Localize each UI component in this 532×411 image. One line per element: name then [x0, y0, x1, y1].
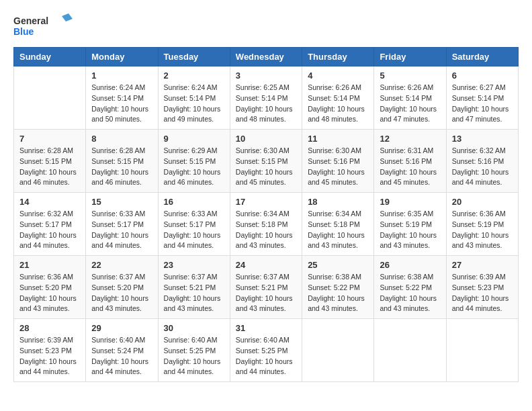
day-info: Sunrise: 6:40 AM Sunset: 5:24 PM Dayligh… [91, 335, 152, 377]
day-info: Sunrise: 6:25 AM Sunset: 5:14 PM Dayligh… [236, 83, 296, 125]
day-number: 27 [452, 260, 513, 270]
calendar-cell: 31Sunrise: 6:40 AM Sunset: 5:25 PM Dayli… [230, 319, 302, 382]
header-row: SundayMondayTuesdayWednesdayThursdayFrid… [14, 48, 519, 66]
week-row-3: 14Sunrise: 6:32 AM Sunset: 5:17 PM Dayli… [14, 193, 519, 256]
calendar-cell: 20Sunrise: 6:36 AM Sunset: 5:19 PM Dayli… [446, 193, 518, 256]
day-info: Sunrise: 6:30 AM Sunset: 5:15 PM Dayligh… [236, 146, 296, 188]
day-number: 21 [19, 260, 80, 270]
logo-swoosh [62, 13, 73, 21]
calendar-cell: 16Sunrise: 6:33 AM Sunset: 5:17 PM Dayli… [158, 193, 230, 256]
header-cell-sunday: Sunday [14, 48, 86, 66]
header-cell-monday: Monday [86, 48, 158, 66]
calendar-cell: 6Sunrise: 6:27 AM Sunset: 5:14 PM Daylig… [446, 66, 518, 130]
day-number: 29 [91, 323, 152, 333]
calendar-cell: 27Sunrise: 6:39 AM Sunset: 5:23 PM Dayli… [446, 256, 518, 319]
calendar-cell: 12Sunrise: 6:31 AM Sunset: 5:16 PM Dayli… [374, 130, 446, 193]
day-number: 16 [164, 197, 224, 207]
logo-blue: Blue [13, 26, 34, 37]
calendar-cell: 23Sunrise: 6:37 AM Sunset: 5:21 PM Dayli… [158, 256, 230, 319]
calendar-cell: 10Sunrise: 6:30 AM Sunset: 5:15 PM Dayli… [230, 130, 302, 193]
day-info: Sunrise: 6:37 AM Sunset: 5:21 PM Dayligh… [164, 272, 224, 314]
calendar-cell: 5Sunrise: 6:26 AM Sunset: 5:14 PM Daylig… [374, 66, 446, 130]
day-info: Sunrise: 6:35 AM Sunset: 5:19 PM Dayligh… [380, 209, 440, 251]
day-info: Sunrise: 6:29 AM Sunset: 5:15 PM Dayligh… [164, 146, 224, 188]
calendar-cell: 8Sunrise: 6:28 AM Sunset: 5:15 PM Daylig… [86, 130, 158, 193]
day-info: Sunrise: 6:24 AM Sunset: 5:14 PM Dayligh… [164, 83, 224, 125]
day-info: Sunrise: 6:26 AM Sunset: 5:14 PM Dayligh… [308, 83, 368, 125]
page-header: General Blue [13, 13, 519, 40]
day-info: Sunrise: 6:33 AM Sunset: 5:17 PM Dayligh… [91, 209, 152, 251]
logo-general: General [13, 15, 48, 26]
day-info: Sunrise: 6:39 AM Sunset: 5:23 PM Dayligh… [19, 335, 80, 377]
day-info: Sunrise: 6:36 AM Sunset: 5:20 PM Dayligh… [19, 272, 80, 314]
calendar-cell: 13Sunrise: 6:32 AM Sunset: 5:16 PM Dayli… [446, 130, 518, 193]
day-number: 10 [236, 134, 296, 144]
day-info: Sunrise: 6:34 AM Sunset: 5:18 PM Dayligh… [308, 209, 368, 251]
day-info: Sunrise: 6:38 AM Sunset: 5:22 PM Dayligh… [380, 272, 440, 314]
calendar-cell: 9Sunrise: 6:29 AM Sunset: 5:15 PM Daylig… [158, 130, 230, 193]
calendar-cell: 30Sunrise: 6:40 AM Sunset: 5:25 PM Dayli… [158, 319, 230, 382]
header-cell-wednesday: Wednesday [230, 48, 302, 66]
day-info: Sunrise: 6:27 AM Sunset: 5:14 PM Dayligh… [452, 83, 513, 125]
day-info: Sunrise: 6:38 AM Sunset: 5:22 PM Dayligh… [308, 272, 368, 314]
calendar-cell: 19Sunrise: 6:35 AM Sunset: 5:19 PM Dayli… [374, 193, 446, 256]
day-info: Sunrise: 6:24 AM Sunset: 5:14 PM Dayligh… [91, 83, 152, 125]
day-number: 7 [19, 134, 80, 144]
day-info: Sunrise: 6:33 AM Sunset: 5:17 PM Dayligh… [164, 209, 224, 251]
calendar-cell: 2Sunrise: 6:24 AM Sunset: 5:14 PM Daylig… [158, 66, 230, 130]
day-info: Sunrise: 6:28 AM Sunset: 5:15 PM Dayligh… [91, 146, 152, 188]
day-number: 9 [164, 134, 224, 144]
day-number: 4 [308, 71, 368, 81]
day-info: Sunrise: 6:30 AM Sunset: 5:16 PM Dayligh… [308, 146, 368, 188]
day-number: 23 [164, 260, 224, 270]
day-number: 12 [380, 134, 440, 144]
week-row-2: 7Sunrise: 6:28 AM Sunset: 5:15 PM Daylig… [14, 130, 519, 193]
calendar-cell: 3Sunrise: 6:25 AM Sunset: 5:14 PM Daylig… [230, 66, 302, 130]
calendar-cell: 25Sunrise: 6:38 AM Sunset: 5:22 PM Dayli… [302, 256, 374, 319]
day-info: Sunrise: 6:36 AM Sunset: 5:19 PM Dayligh… [452, 209, 513, 251]
calendar-cell: 28Sunrise: 6:39 AM Sunset: 5:23 PM Dayli… [14, 319, 86, 382]
day-info: Sunrise: 6:37 AM Sunset: 5:21 PM Dayligh… [236, 272, 296, 314]
logo: General Blue [13, 13, 74, 40]
calendar-cell: 26Sunrise: 6:38 AM Sunset: 5:22 PM Dayli… [374, 256, 446, 319]
day-info: Sunrise: 6:26 AM Sunset: 5:14 PM Dayligh… [380, 83, 440, 125]
day-number: 28 [19, 323, 80, 333]
calendar-cell: 22Sunrise: 6:37 AM Sunset: 5:20 PM Dayli… [86, 256, 158, 319]
calendar-cell: 17Sunrise: 6:34 AM Sunset: 5:18 PM Dayli… [230, 193, 302, 256]
day-number: 5 [380, 71, 440, 81]
day-number: 19 [380, 197, 440, 207]
day-number: 25 [308, 260, 368, 270]
day-number: 11 [308, 134, 368, 144]
week-row-1: 1Sunrise: 6:24 AM Sunset: 5:14 PM Daylig… [14, 66, 519, 130]
day-number: 13 [452, 134, 513, 144]
day-info: Sunrise: 6:40 AM Sunset: 5:25 PM Dayligh… [164, 335, 224, 377]
header-cell-friday: Friday [374, 48, 446, 66]
day-info: Sunrise: 6:37 AM Sunset: 5:20 PM Dayligh… [91, 272, 152, 314]
week-row-4: 21Sunrise: 6:36 AM Sunset: 5:20 PM Dayli… [14, 256, 519, 319]
day-number: 18 [308, 197, 368, 207]
day-number: 14 [19, 197, 80, 207]
header-cell-tuesday: Tuesday [158, 48, 230, 66]
day-number: 6 [452, 71, 513, 81]
calendar-cell: 1Sunrise: 6:24 AM Sunset: 5:14 PM Daylig… [86, 66, 158, 130]
calendar-cell: 24Sunrise: 6:37 AM Sunset: 5:21 PM Dayli… [230, 256, 302, 319]
day-number: 2 [164, 71, 224, 81]
week-row-5: 28Sunrise: 6:39 AM Sunset: 5:23 PM Dayli… [14, 319, 519, 382]
header-cell-thursday: Thursday [302, 48, 374, 66]
day-info: Sunrise: 6:34 AM Sunset: 5:18 PM Dayligh… [236, 209, 296, 251]
calendar-cell: 4Sunrise: 6:26 AM Sunset: 5:14 PM Daylig… [302, 66, 374, 130]
day-number: 17 [236, 197, 296, 207]
calendar-cell: 14Sunrise: 6:32 AM Sunset: 5:17 PM Dayli… [14, 193, 86, 256]
calendar-header: SundayMondayTuesdayWednesdayThursdayFrid… [14, 48, 519, 66]
day-number: 30 [164, 323, 224, 333]
day-number: 24 [236, 260, 296, 270]
calendar-cell [302, 319, 374, 382]
calendar-cell: 11Sunrise: 6:30 AM Sunset: 5:16 PM Dayli… [302, 130, 374, 193]
day-info: Sunrise: 6:39 AM Sunset: 5:23 PM Dayligh… [452, 272, 513, 314]
day-number: 3 [236, 71, 296, 81]
day-info: Sunrise: 6:31 AM Sunset: 5:16 PM Dayligh… [380, 146, 440, 188]
calendar-cell: 29Sunrise: 6:40 AM Sunset: 5:24 PM Dayli… [86, 319, 158, 382]
day-number: 22 [91, 260, 152, 270]
day-info: Sunrise: 6:28 AM Sunset: 5:15 PM Dayligh… [19, 146, 80, 188]
calendar-cell: 21Sunrise: 6:36 AM Sunset: 5:20 PM Dayli… [14, 256, 86, 319]
